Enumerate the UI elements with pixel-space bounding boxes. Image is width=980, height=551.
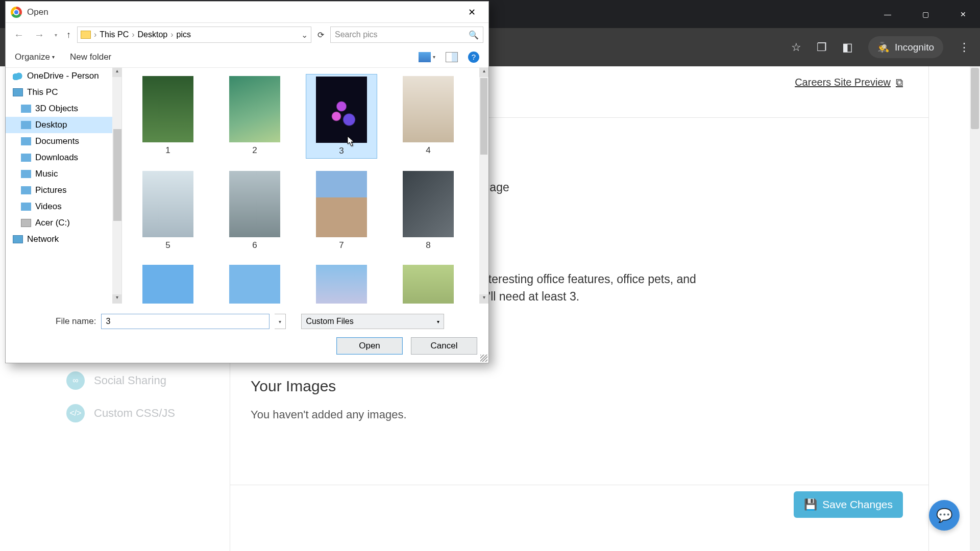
file-item[interactable]: 7 — [306, 169, 377, 253]
file-type-label: Custom Files — [306, 317, 353, 326]
page-scrollbar[interactable] — [970, 66, 980, 551]
window-controls: — ▢ ✕ — [876, 6, 975, 22]
file-thumbnail — [229, 76, 280, 142]
breadcrumb-bar[interactable]: › This PC › Desktop › pics ⌄ — [77, 27, 311, 43]
resize-grip[interactable] — [480, 355, 487, 362]
file-name-row: File name: ▾ Custom Files ▾ — [15, 314, 479, 329]
chat-icon: 💬 — [936, 508, 952, 523]
tree-item-desktop[interactable]: Desktop — [6, 117, 121, 133]
file-item[interactable] — [219, 263, 290, 304]
folder-icon — [81, 31, 91, 39]
window-close-button[interactable]: ✕ — [951, 6, 975, 22]
open-button[interactable]: Open — [336, 337, 403, 355]
file-thumbnail — [316, 77, 367, 143]
file-label: 4 — [426, 145, 430, 156]
save-changes-button[interactable]: 💾 Save Changes — [794, 491, 903, 518]
scroll-up-icon[interactable]: ▴ — [112, 68, 121, 77]
side-panel-icon[interactable]: ◧ — [842, 41, 853, 54]
scroll-down-icon[interactable]: ▾ — [112, 294, 121, 304]
folder-icon — [21, 170, 31, 178]
tree-item-this-pc[interactable]: This PC — [6, 84, 121, 101]
chat-widget-button[interactable]: 💬 — [929, 500, 960, 531]
view-mode-button[interactable]: ▾ — [419, 52, 435, 62]
sidebar-item-social-sharing[interactable]: ∞ Social Sharing — [51, 364, 230, 397]
file-label: 2 — [252, 145, 257, 156]
tree-item-label: Downloads — [35, 153, 78, 163]
preview-pane-button[interactable] — [446, 52, 458, 62]
tree-item-label: This PC — [27, 87, 58, 97]
breadcrumb-segment[interactable]: This PC — [100, 30, 129, 39]
new-folder-button[interactable]: New folder — [70, 52, 111, 62]
breadcrumb-segment[interactable]: pics — [177, 30, 191, 39]
tree-item-videos[interactable]: Videos — [6, 198, 121, 215]
file-item[interactable]: 4 — [393, 74, 464, 159]
extensions-icon[interactable]: ❐ — [817, 41, 827, 54]
browser-menu-button[interactable]: ⋮ — [959, 41, 970, 54]
tree-item-music[interactable]: Music — [6, 166, 121, 182]
file-label: 1 — [165, 145, 170, 156]
nav-history-dropdown[interactable]: ▾ — [52, 30, 60, 40]
nav-back-button[interactable]: ← — [11, 27, 27, 43]
pc-icon — [13, 235, 23, 243]
file-item[interactable]: 8 — [393, 169, 464, 253]
tree-item-label: Documents — [35, 136, 79, 146]
folder-tree: OneDrive - PersonThis PC3D ObjectsDeskto… — [6, 68, 122, 304]
folder-icon — [21, 137, 31, 145]
tree-item-documents[interactable]: Documents — [6, 133, 121, 149]
tree-item-acer-c-[interactable]: Acer (C:) — [6, 215, 121, 231]
careers-preview-link[interactable]: Careers Site Preview ⧉ — [795, 77, 903, 88]
tree-item-label: Acer (C:) — [35, 218, 70, 228]
view-icon — [419, 52, 431, 62]
refresh-button[interactable]: ⟳ — [315, 30, 326, 40]
scrollbar-thumb[interactable] — [971, 68, 979, 129]
file-list: 12345678 ▴ ▾ — [122, 68, 488, 304]
folder-icon — [21, 154, 31, 162]
tree-item-label: Videos — [35, 202, 62, 212]
file-thumbnail — [142, 171, 193, 237]
file-item[interactable]: 3 — [306, 74, 377, 159]
file-item[interactable]: 1 — [132, 74, 204, 159]
scroll-down-icon[interactable]: ▾ — [479, 294, 488, 304]
scrollbar-thumb[interactable] — [480, 78, 487, 155]
tree-item-downloads[interactable]: Downloads — [6, 149, 121, 166]
window-maximize-button[interactable]: ▢ — [914, 6, 937, 22]
breadcrumb-dropdown[interactable]: ⌄ — [301, 30, 308, 40]
background-text-fragment: u'll need at least 3. — [482, 288, 579, 306]
incognito-indicator[interactable]: 🕵 Incognito — [868, 36, 943, 58]
organize-button[interactable]: Organize ▾ — [15, 52, 55, 62]
tree-item-pictures[interactable]: Pictures — [6, 182, 121, 198]
incognito-label: Incognito — [895, 42, 934, 53]
cancel-button[interactable]: Cancel — [411, 337, 477, 355]
nav-up-button[interactable]: ↑ — [64, 28, 73, 42]
dialog-close-button[interactable]: ✕ — [460, 4, 483, 20]
file-type-select[interactable]: Custom Files ▾ — [301, 314, 444, 329]
file-item[interactable] — [132, 263, 204, 304]
file-item[interactable]: 5 — [132, 169, 204, 253]
scrollbar-thumb[interactable] — [113, 129, 122, 221]
sidebar-item-custom-css[interactable]: </> Custom CSS/JS — [51, 397, 230, 430]
help-button[interactable]: ? — [468, 52, 479, 63]
background-text-fragment: nteresting office features, office pets,… — [482, 270, 696, 288]
scroll-up-icon[interactable]: ▴ — [479, 68, 488, 77]
breadcrumb-segment[interactable]: Desktop — [138, 30, 168, 39]
tree-scrollbar[interactable]: ▴▾ — [112, 68, 121, 304]
tree-item-label: OneDrive - Person — [27, 71, 99, 81]
chevron-right-icon: › — [170, 30, 173, 39]
window-minimize-button[interactable]: — — [876, 6, 899, 22]
tree-item-onedrive-person[interactable]: OneDrive - Person — [6, 68, 121, 84]
tree-item-network[interactable]: Network — [6, 231, 121, 247]
files-scrollbar[interactable]: ▴ ▾ — [479, 68, 488, 304]
file-item[interactable]: 2 — [219, 74, 290, 159]
file-name-input[interactable] — [101, 314, 270, 329]
file-thumbnail — [403, 171, 454, 237]
link-label: Careers Site Preview — [795, 77, 891, 88]
file-item[interactable]: 6 — [219, 169, 290, 253]
file-open-dialog: Open ✕ ← → ▾ ↑ › This PC › Desktop › pic… — [5, 1, 489, 363]
file-name-dropdown[interactable]: ▾ — [275, 314, 286, 329]
tree-item-3d-objects[interactable]: 3D Objects — [6, 101, 121, 117]
file-item[interactable] — [306, 263, 377, 304]
file-thumbnail — [229, 265, 280, 304]
bookmark-star-icon[interactable]: ☆ — [791, 41, 801, 54]
search-input[interactable]: Search pics 🔍 — [330, 27, 483, 43]
file-item[interactable] — [393, 263, 464, 304]
